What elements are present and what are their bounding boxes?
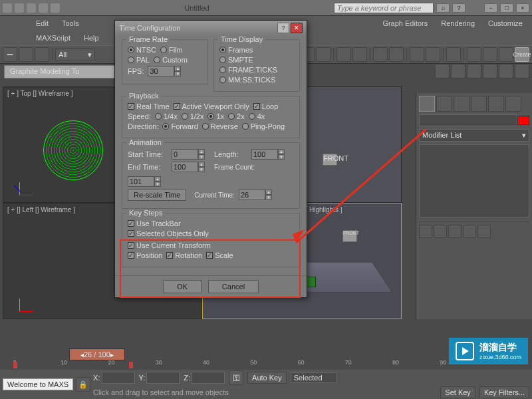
menu-tools[interactable]: Tools [55, 18, 86, 29]
setkey-button[interactable]: Set Key [440, 386, 475, 398]
pin-stack-icon[interactable] [419, 225, 432, 238]
check-position[interactable]: Position [128, 251, 162, 259]
bind-icon[interactable] [35, 47, 49, 62]
modifier-stack[interactable] [419, 144, 529, 217]
remove-mod-icon[interactable] [463, 225, 476, 238]
layers-icon[interactable] [389, 47, 404, 62]
keyframe-marker[interactable] [129, 362, 133, 368]
viewcube[interactable]: FRONT [323, 154, 337, 166]
tab-utilities-icon[interactable] [515, 64, 529, 78]
named-sel-icon[interactable] [336, 47, 351, 62]
menu-edit[interactable]: Edit [29, 18, 55, 29]
lock-icon[interactable]: 🔒 [76, 377, 90, 392]
curve-editor-icon[interactable] [410, 47, 424, 62]
tab-display-icon[interactable] [499, 64, 513, 78]
radio-speed-4[interactable]: 4x [249, 112, 265, 120]
cp-tab-icon[interactable] [436, 96, 452, 112]
check-trackbar[interactable]: Use TrackBar [128, 219, 181, 227]
cancel-button[interactable]: Cancel [208, 280, 259, 293]
rescale-button[interactable]: Re-scale Time [128, 189, 186, 201]
end-time-spinner[interactable]: ▲▼ [172, 162, 205, 172]
minimize-button[interactable]: − [484, 3, 497, 13]
length-spinner[interactable]: ▲▼ [251, 149, 285, 160]
save-icon[interactable] [27, 3, 36, 13]
keyfilters-button[interactable]: Key Filters... [479, 386, 529, 398]
ok-button[interactable]: OK [163, 280, 201, 293]
cp-tab-icon[interactable] [488, 96, 504, 112]
search-input[interactable] [334, 3, 434, 13]
keyframe-marker[interactable] [13, 362, 17, 368]
render-icon[interactable] [499, 47, 513, 62]
radio-reverse[interactable]: Reverse [202, 122, 238, 130]
radio-ntsc[interactable]: NTSC [128, 46, 156, 54]
tab-motion-icon[interactable] [483, 64, 497, 78]
key-mode-dropdown[interactable]: Selected [291, 372, 337, 383]
autokey-button[interactable]: Auto Key [247, 372, 287, 384]
check-selected-only[interactable]: Selected Objects Only [128, 229, 209, 237]
check-scale[interactable]: Scale [206, 251, 233, 259]
object-color-swatch[interactable] [517, 116, 529, 125]
coord-z-input[interactable] [192, 372, 225, 384]
redo-icon[interactable] [51, 3, 60, 13]
material-icon[interactable] [446, 47, 461, 62]
check-activevp[interactable]: Active Viewport Only [174, 102, 249, 110]
object-name-input[interactable] [419, 114, 517, 126]
tab-modify-icon[interactable] [451, 64, 466, 78]
make-unique-icon[interactable] [448, 225, 462, 238]
create-button[interactable]: Create [515, 47, 529, 62]
link-icon[interactable] [3, 47, 17, 62]
check-use-current[interactable]: Use Current Transform [128, 241, 211, 249]
menu-customize[interactable]: Customize [481, 18, 529, 29]
help-icon[interactable]: ? [277, 23, 289, 33]
modifier-list-dropdown[interactable]: Modifier List▾ [419, 129, 529, 142]
mirror-icon[interactable] [352, 47, 367, 62]
menu-rendering[interactable]: Rendering [434, 18, 481, 29]
show-result-icon[interactable] [434, 225, 447, 238]
fps-spinner[interactable]: ▲▼ [148, 66, 181, 76]
percent-snap-icon[interactable] [316, 47, 331, 62]
radio-speed-12[interactable]: 1/2x [182, 112, 204, 120]
graphite-toolbar[interactable]: Graphite Modeling To [4, 65, 124, 78]
file-icon[interactable] [15, 3, 24, 13]
configure-icon[interactable] [477, 225, 491, 238]
radio-pingpong[interactable]: Ping-Pong [242, 122, 285, 130]
viewcube[interactable]: FRONT [342, 230, 357, 242]
cp-tab-icon[interactable] [454, 96, 469, 112]
current-time-spinner[interactable]: ▲▼ [239, 190, 272, 200]
radio-forward[interactable]: Forward [162, 122, 198, 130]
radio-smpte[interactable]: SMPTE [219, 56, 253, 64]
radio-custom[interactable]: Custom [154, 56, 188, 64]
framecount-spinner[interactable]: ▲▼ [128, 176, 161, 187]
search-go-icon[interactable]: ⌕ [436, 3, 450, 13]
check-loop[interactable]: Loop [253, 102, 278, 110]
radio-frames[interactable]: Frames [219, 46, 253, 54]
schematic-icon[interactable] [426, 47, 440, 62]
check-rotation[interactable]: Rotation [166, 251, 202, 259]
key-icon[interactable]: ⚿ [229, 370, 243, 385]
render-setup-icon[interactable] [467, 47, 481, 62]
radio-speed-2[interactable]: 2x [228, 112, 245, 120]
selection-filter-dropdown[interactable]: All▾ [55, 49, 95, 61]
dialog-titlebar[interactable]: Time Configuration ? ✕ [115, 21, 307, 35]
render-frame-icon[interactable] [483, 47, 497, 62]
undo-icon[interactable] [39, 3, 48, 13]
check-realtime[interactable]: Real Time [128, 102, 170, 110]
close-icon[interactable]: ✕ [291, 23, 303, 33]
menu-maxscript[interactable]: MAXScript [29, 33, 77, 43]
radio-frameticks[interactable]: FRAME:TICKS [219, 66, 277, 74]
radio-pal[interactable]: PAL [128, 56, 150, 64]
tab-create-icon[interactable] [435, 64, 450, 78]
close-button[interactable]: × [516, 3, 529, 13]
align-icon[interactable] [373, 47, 388, 62]
radio-film[interactable]: Film [160, 46, 183, 54]
menu-graph-editors[interactable]: Graph Editors [376, 18, 434, 29]
radio-speed-1[interactable]: 1x [207, 112, 224, 120]
radio-speed-14[interactable]: 1/4x [155, 112, 178, 120]
unlink-icon[interactable] [19, 47, 33, 62]
start-time-spinner[interactable]: ▲▼ [172, 149, 205, 160]
tab-hierarchy-icon[interactable] [467, 64, 481, 78]
radio-mmss[interactable]: MM:SS:TICKS [219, 76, 276, 84]
cp-tab-icon[interactable] [419, 96, 435, 112]
help-icon[interactable]: ? [452, 3, 466, 13]
cp-tab-icon[interactable] [505, 96, 521, 112]
